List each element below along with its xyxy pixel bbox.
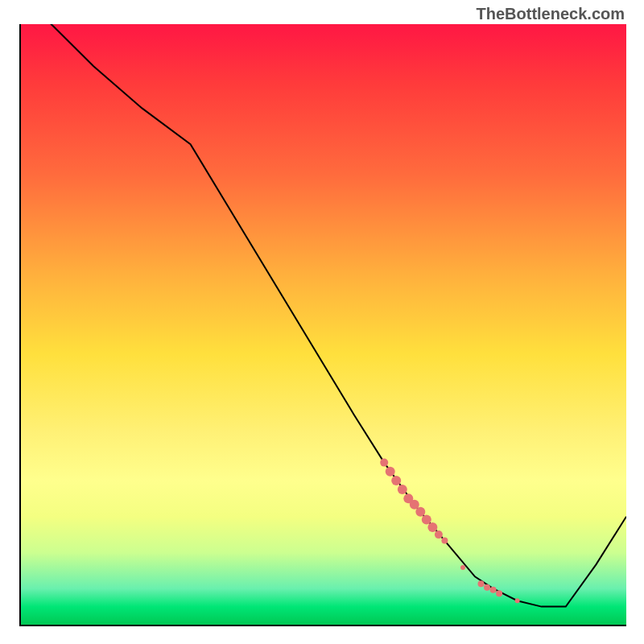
marker-point xyxy=(403,493,413,503)
marker-point xyxy=(490,587,497,593)
marker-point xyxy=(427,522,437,532)
plot-area xyxy=(19,24,626,626)
bottleneck-curve xyxy=(21,24,626,607)
marker-point xyxy=(422,515,431,525)
marker-point xyxy=(484,584,490,591)
chart-container: TheBottleneck.com xyxy=(0,0,644,644)
marker-point xyxy=(380,459,388,467)
marker-point xyxy=(386,467,395,477)
marker-point xyxy=(515,598,520,603)
marker-point xyxy=(398,485,407,494)
marker-point xyxy=(415,507,425,517)
chart-svg xyxy=(21,24,626,625)
watermark-text: TheBottleneck.com xyxy=(477,5,625,23)
marker-point xyxy=(478,580,485,587)
marker-point xyxy=(460,565,465,570)
marker-point xyxy=(441,538,448,544)
marker-point xyxy=(391,476,401,485)
marker-point xyxy=(496,590,502,597)
marker-point xyxy=(410,500,419,510)
marker-point xyxy=(435,530,443,539)
bottleneck-markers xyxy=(380,459,519,604)
